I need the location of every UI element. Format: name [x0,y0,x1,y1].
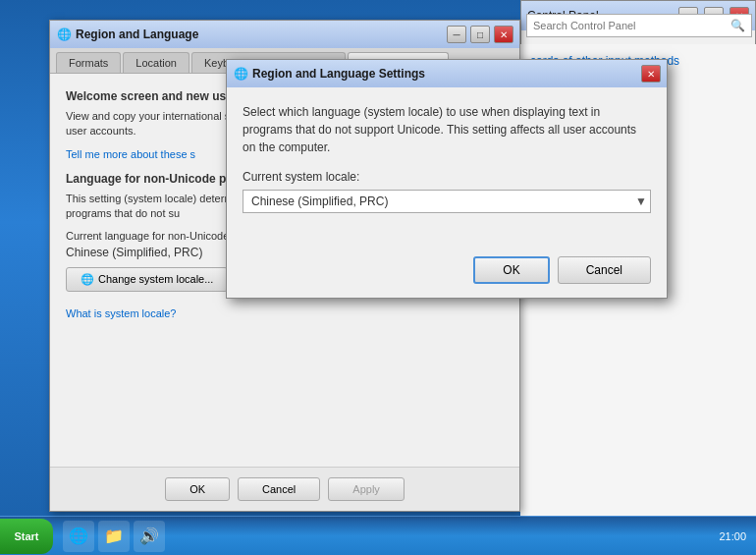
modal-cancel-btn[interactable]: Cancel [558,256,651,284]
modal-footer: OK Cancel [227,249,667,298]
rl-minimize-btn[interactable]: ─ [447,26,466,43]
modal-titlebar: 🌐 Region and Language Settings ✕ [227,60,667,87]
modal-content: Select which language (system locale) to… [227,87,667,249]
rl-maximize-btn[interactable]: □ [470,26,490,43]
what-is-system-locale-link[interactable]: What is system locale? [66,307,176,319]
tell-me-more-link[interactable]: Tell me more about these s [66,148,195,160]
rl-cancel-btn[interactable]: Cancel [238,477,320,501]
taskbar-time: 21:00 [709,530,756,542]
modal-icon: 🌐 [233,66,248,82]
locale-select[interactable]: Chinese (Simplified, PRC) English (Unite… [243,190,651,213]
search-icon: 🔍 [730,19,745,32]
taskbar-icon-2[interactable]: 📁 [98,521,130,552]
change-system-locale-btn[interactable]: 🌐 Change system locale... [66,267,228,292]
modal-title: Region and Language Settings [252,67,637,81]
taskbar-icon-1[interactable]: 🌐 [63,521,94,552]
tab-location[interactable]: Location [123,52,189,73]
modal-dialog: 🌐 Region and Language Settings ✕ Select … [226,59,668,299]
rl-apply-btn[interactable]: Apply [328,477,405,501]
modal-description: Select which language (system locale) to… [243,103,651,156]
taskbar: Start 🌐 📁 🔊 21:00 [0,516,756,555]
rl-window-title: Region and Language [76,28,443,41]
change-locale-icon: 🌐 [81,273,94,286]
rl-window-icon: 🌐 [56,27,72,42]
taskbar-icons: 🌐 📁 🔊 [57,521,709,552]
modal-select-wrap: Chinese (Simplified, PRC) English (Unite… [243,190,651,213]
search-input[interactable] [533,20,730,31]
rl-ok-btn[interactable]: OK [165,477,230,501]
modal-ok-btn[interactable]: OK [473,256,549,284]
rl-titlebar: 🌐 Region and Language ─ □ ✕ [50,21,519,48]
taskbar-icon-3[interactable]: 🔊 [134,521,165,552]
modal-close-btn[interactable]: ✕ [641,65,661,83]
change-locale-label: Change system locale... [98,273,213,285]
rl-close-btn[interactable]: ✕ [494,26,513,43]
modal-field-label: Current system locale: [243,170,651,184]
tab-formats[interactable]: Formats [56,52,121,73]
rl-footer: OK Cancel Apply [50,467,519,511]
start-button[interactable]: Start [0,519,53,554]
